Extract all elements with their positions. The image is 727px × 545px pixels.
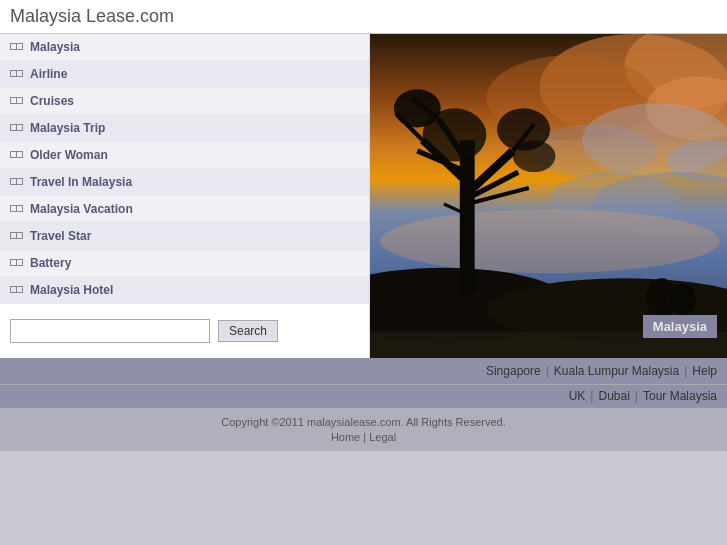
- nav-link-travel-in-malaysia[interactable]: Travel In Malaysia: [30, 175, 132, 189]
- nav-link-malaysia[interactable]: Malaysia: [30, 40, 80, 54]
- svg-point-10: [380, 209, 720, 273]
- nav-list-item: Malaysia: [0, 34, 369, 61]
- footer-sep-4: |: [635, 389, 638, 403]
- footer-home-link[interactable]: Home: [331, 431, 360, 443]
- footer-bar-row2: UK | Dubai | Tour Malaysia: [0, 384, 727, 407]
- nav-link-travel-star[interactable]: Travel Star: [30, 229, 91, 243]
- nav-list-item: Malaysia Vacation: [0, 196, 369, 223]
- bullet-icon: [10, 176, 22, 188]
- nav-list: MalaysiaAirlineCruisesMalaysia TripOlder…: [0, 34, 369, 304]
- nav-list-item: Malaysia Trip: [0, 115, 369, 142]
- svg-point-28: [513, 140, 555, 172]
- nav-link-malaysia-hotel[interactable]: Malaysia Hotel: [30, 283, 113, 297]
- footer-link-dubai[interactable]: Dubai: [598, 389, 629, 403]
- footer-link-tour-malaysia[interactable]: Tour Malaysia: [643, 389, 717, 403]
- footer-sep-2: |: [684, 364, 687, 378]
- bottom-footer: Copyright ©2011 malaysialease.com. All R…: [0, 407, 727, 451]
- nav-link-battery[interactable]: Battery: [30, 256, 71, 270]
- footer-legal-links: Home | Legal: [8, 431, 719, 443]
- bullet-icon: [10, 230, 22, 242]
- footer-sep-3: |: [590, 389, 593, 403]
- footer-link-help[interactable]: Help: [692, 364, 717, 378]
- svg-point-30: [670, 284, 695, 316]
- nav-link-airline[interactable]: Airline: [30, 67, 67, 81]
- nav-link-malaysia-trip[interactable]: Malaysia Trip: [30, 121, 105, 135]
- nav-list-item: Battery: [0, 250, 369, 277]
- site-title: Malaysia Lease.com: [10, 6, 717, 27]
- bullet-icon: [10, 203, 22, 215]
- nav-list-item: Malaysia Hotel: [0, 277, 369, 304]
- search-button[interactable]: Search: [218, 320, 278, 342]
- nav-list-item: Older Woman: [0, 142, 369, 169]
- bullet-icon: [10, 95, 22, 107]
- hero-image: Malaysia: [370, 34, 727, 358]
- nav-list-item: Travel Star: [0, 223, 369, 250]
- nav-link-older-woman[interactable]: Older Woman: [30, 148, 108, 162]
- nav-link-cruises[interactable]: Cruises: [30, 94, 74, 108]
- malaysia-label: Malaysia: [643, 315, 717, 338]
- bullet-icon: [10, 149, 22, 161]
- landscape-svg: [370, 34, 727, 358]
- bullet-icon: [10, 122, 22, 134]
- copyright-text: Copyright ©2011 malaysialease.com. All R…: [8, 416, 719, 428]
- bullet-icon: [10, 68, 22, 80]
- nav-list-item: Travel In Malaysia: [0, 169, 369, 196]
- sidebar: MalaysiaAirlineCruisesMalaysia TripOlder…: [0, 34, 370, 358]
- bullet-icon: [10, 41, 22, 53]
- svg-rect-14: [460, 140, 475, 294]
- footer-bar-row1: Singapore | Kuala Lumpur Malaysia | Help: [0, 358, 727, 384]
- main-container: MalaysiaAirlineCruisesMalaysia TripOlder…: [0, 34, 727, 358]
- nav-link-malaysia-vacation[interactable]: Malaysia Vacation: [30, 202, 133, 216]
- svg-point-26: [394, 89, 441, 127]
- nav-list-item: Airline: [0, 61, 369, 88]
- search-area: Search: [0, 304, 369, 358]
- site-header: Malaysia Lease.com: [0, 0, 727, 34]
- footer-link-kl[interactable]: Kuala Lumpur Malaysia: [554, 364, 679, 378]
- footer-link-uk[interactable]: UK: [569, 389, 586, 403]
- footer-link-singapore[interactable]: Singapore: [486, 364, 541, 378]
- footer-legal-link[interactable]: Legal: [369, 431, 396, 443]
- bullet-icon: [10, 257, 22, 269]
- footer-sep-1: |: [546, 364, 549, 378]
- search-input[interactable]: [10, 319, 210, 343]
- nav-list-item: Cruises: [0, 88, 369, 115]
- bullet-icon: [10, 284, 22, 296]
